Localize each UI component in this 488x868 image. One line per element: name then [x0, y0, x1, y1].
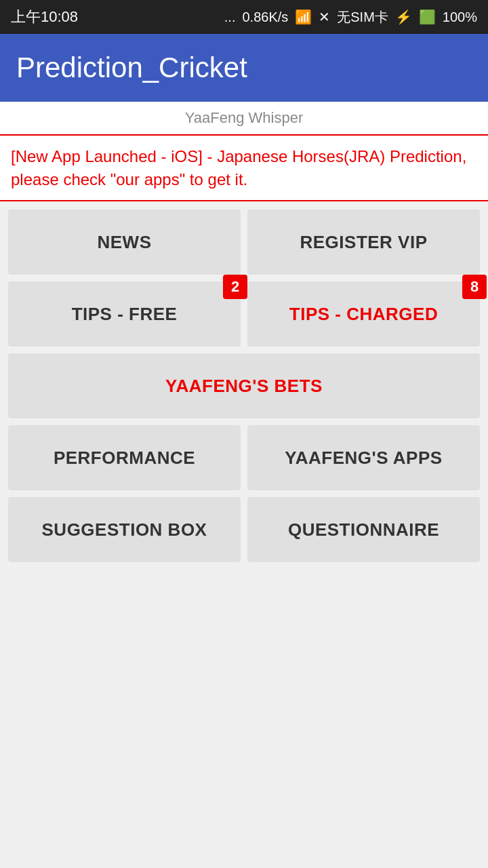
app-title: Prediction_Cricket — [16, 52, 247, 84]
suggestion-box-cell: SUGGESTION BOX — [8, 497, 241, 562]
yaafeng-apps-cell: YAAFENG'S APPS — [247, 425, 480, 490]
x-icon: ✕ — [319, 9, 330, 25]
status-sim: 无SIM卡 — [337, 8, 388, 26]
yaafeng-bets-button[interactable]: YAAFENG'S BETS — [8, 353, 480, 418]
suggestion-box-button[interactable]: SUGGESTION BOX — [8, 497, 241, 562]
performance-cell: PERFORMANCE — [8, 425, 241, 490]
tips-charged-cell: TIPS - CHARGED 8 — [247, 281, 480, 347]
tips-free-badge: 2 — [223, 275, 247, 299]
notice-text: [New App Launched - iOS] - Japanese Hors… — [11, 145, 477, 191]
yaafeng-bets-row: YAAFENG'S BETS — [8, 353, 480, 418]
battery-icon: 🟩 — [419, 9, 436, 25]
news-cell: NEWS — [8, 210, 241, 275]
questionnaire-cell: QUESTIONNAIRE — [247, 497, 480, 562]
notice-bar: [New App Launched - iOS] - Japanese Hors… — [0, 134, 488, 201]
status-signal: ... — [224, 9, 236, 25]
wifi-icon: 📶 — [295, 9, 312, 25]
btn-row-5: SUGGESTION BOX QUESTIONNAIRE — [8, 497, 480, 562]
main-content: NEWS REGISTER VIP TIPS - FREE 2 TIPS - C… — [0, 201, 488, 562]
subtitle-bar: YaaFeng Whisper — [0, 102, 488, 134]
bolt-icon: ⚡ — [395, 9, 412, 25]
btn-row-2: TIPS - FREE 2 TIPS - CHARGED 8 — [8, 281, 480, 347]
status-speed: 0.86K/s — [242, 9, 288, 25]
tips-charged-badge: 8 — [462, 275, 487, 299]
tips-free-button[interactable]: TIPS - FREE — [8, 281, 241, 347]
register-vip-button[interactable]: REGISTER VIP — [247, 210, 480, 275]
questionnaire-button[interactable]: QUESTIONNAIRE — [247, 497, 480, 562]
yaafeng-apps-button[interactable]: YAAFENG'S APPS — [247, 425, 480, 490]
status-time: 上午10:08 — [11, 7, 78, 27]
register-vip-cell: REGISTER VIP — [247, 210, 480, 275]
app-bar: Prediction_Cricket — [0, 34, 488, 102]
news-button[interactable]: NEWS — [8, 210, 241, 275]
tips-charged-button[interactable]: TIPS - CHARGED — [247, 281, 480, 347]
status-bar: 上午10:08 ... 0.86K/s 📶 ✕ 无SIM卡 ⚡ 🟩 100% — [0, 0, 488, 34]
btn-row-4: PERFORMANCE YAAFENG'S APPS — [8, 425, 480, 490]
subtitle-text: YaaFeng Whisper — [185, 109, 303, 127]
status-battery: 100% — [443, 9, 477, 25]
performance-button[interactable]: PERFORMANCE — [8, 425, 241, 490]
btn-row-1: NEWS REGISTER VIP — [8, 210, 480, 275]
tips-free-cell: TIPS - FREE 2 — [8, 281, 241, 347]
